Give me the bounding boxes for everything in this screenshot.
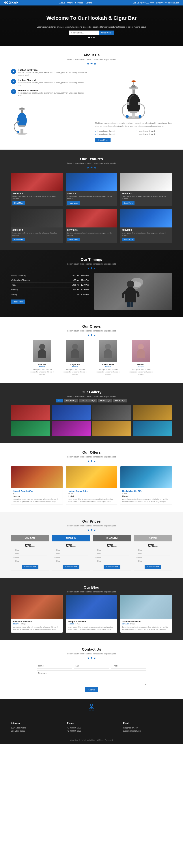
crew-photo-3 bbox=[99, 340, 117, 362]
prices-section: Our Prices Lorem ipsum dolor sit amet, c… bbox=[0, 512, 183, 578]
blog-desc-3: Lorem ipsum dolor sit amet, consectetur … bbox=[122, 626, 170, 630]
footer-phone-2[interactable]: +1 000 000 0000 bbox=[67, 730, 116, 733]
feature-card-1: SERVICE 1 Lorem ipsum dolor sit amet con… bbox=[11, 173, 63, 206]
timings-stars: ★ ★ ★ bbox=[11, 267, 172, 270]
footer-email-1[interactable]: info@hookah.com bbox=[123, 726, 172, 730]
hero-search-row: Order Now bbox=[37, 31, 146, 35]
feature-card-btn-1[interactable]: Read More bbox=[12, 201, 25, 205]
dot-1[interactable] bbox=[88, 37, 90, 38]
gallery-item-1[interactable] bbox=[11, 405, 50, 420]
gallery-item-6[interactable] bbox=[52, 421, 91, 436]
blog-card-1: Antique & Premium 12/12/20 · 5 Tags Lore… bbox=[11, 595, 63, 632]
about-right: Morbi accumsan dapibus consectetur adipi… bbox=[95, 69, 172, 142]
nav-link-about[interactable]: About bbox=[59, 2, 65, 4]
footer-col-phone: Phone +1 000 000 0000 +1 000 000 0000 bbox=[67, 722, 116, 733]
feature-card-btn-4[interactable]: Read More bbox=[12, 238, 25, 241]
price-item-3-1: Deal bbox=[95, 548, 129, 552]
timings-section: Our Timings Lorem ipsum dolor sit amet, … bbox=[0, 250, 183, 317]
features-sub: Lorem ipsum dolor sit amet, consectetur … bbox=[11, 162, 172, 164]
about-feature-3: ✓ Lorem ipsum dolor sit bbox=[95, 133, 132, 135]
dot-3[interactable] bbox=[93, 37, 95, 38]
crew-photo-img-4 bbox=[132, 340, 150, 362]
feature-card-btn-5[interactable]: Read More bbox=[67, 238, 80, 241]
footer-logo-icon bbox=[87, 703, 96, 713]
gallery-tab-hookah1[interactable]: HOOKAH(2) bbox=[64, 399, 78, 402]
svg-rect-25 bbox=[130, 302, 133, 307]
contact-last-input[interactable] bbox=[74, 663, 109, 669]
gallery-item-3[interactable] bbox=[92, 405, 131, 420]
svg-rect-9 bbox=[132, 113, 135, 118]
timing-day-2: Wednesday - Thursday bbox=[11, 279, 30, 281]
timings-photo bbox=[94, 273, 172, 310]
gallery-tab-hookah2[interactable]: HOOKAH(2) bbox=[113, 399, 127, 402]
price-subscribe-btn-3[interactable]: Subscribe Now bbox=[103, 565, 120, 569]
gallery-tab-restaurant[interactable]: RESTAURANT(2) bbox=[79, 399, 97, 402]
hero-dots bbox=[37, 37, 146, 38]
blog-body-1: Antique & Premium 12/12/20 · 5 Tags Lore… bbox=[11, 619, 63, 632]
price-item-4-4: Deal bbox=[136, 559, 170, 563]
svg-point-28 bbox=[105, 344, 111, 350]
crew-desc-1: Lorem ipsum dolor sit amet, consectetur … bbox=[27, 368, 57, 375]
dot-2[interactable] bbox=[91, 37, 92, 38]
feature-img-3 bbox=[120, 173, 172, 191]
timings-grid: Monday - Tuesday 10:00 Am - 11:00 Pm Wed… bbox=[11, 273, 172, 310]
footer-email-2[interactable]: support@hookah.com bbox=[123, 730, 172, 733]
hero-order-btn[interactable]: Order Now bbox=[99, 31, 114, 35]
price-subscribe-btn-4[interactable]: Subscribe Now bbox=[145, 565, 161, 569]
price-item-4-2: Deal bbox=[136, 552, 170, 556]
gallery-item-2[interactable] bbox=[52, 405, 91, 420]
gallery-item-8[interactable] bbox=[133, 421, 172, 436]
offer-desc-1: Lorem ipsum dolor sit amet, consectetur … bbox=[13, 498, 61, 503]
contact-stars: ★ ★ ★ bbox=[11, 656, 172, 660]
crew-card-2: Edgar Wil Hookah Lorem ipsum dolor sit a… bbox=[60, 340, 90, 375]
blog-post-title-3: Antique & Premium bbox=[122, 620, 170, 623]
crew-photo-img-2 bbox=[66, 340, 84, 362]
crew-role-3: Hookah bbox=[93, 366, 123, 368]
timings-book-btn[interactable]: Book Now bbox=[11, 300, 25, 304]
contact-name-input[interactable] bbox=[37, 663, 72, 669]
crews-stars: ★ ★ ★ bbox=[11, 333, 172, 337]
price-items-4: Deal Deal Deal Deal bbox=[134, 548, 172, 563]
feature-card-btn-3[interactable]: Read More bbox=[122, 201, 134, 205]
price-subscribe-btn-2[interactable]: Subscribe Now bbox=[63, 565, 79, 569]
contact-message-textarea[interactable] bbox=[37, 670, 146, 685]
price-item-1-2: Deal bbox=[13, 552, 47, 556]
contact-section: Contact Us Lorem ipsum dolor sit amet, c… bbox=[0, 640, 183, 700]
gallery-grid-row1 bbox=[11, 405, 172, 420]
crews-sub: Lorem ipsum dolor sit amet, consectetur … bbox=[11, 330, 172, 332]
svg-point-30 bbox=[90, 704, 93, 706]
offer-price-2: $ 8.00 bbox=[68, 493, 116, 495]
price-amount-4: £75/mo bbox=[134, 541, 172, 548]
nav-link-offers[interactable]: Offers bbox=[67, 2, 73, 4]
blog-meta-3: 12/12/20 · 5 Tags bbox=[122, 623, 170, 625]
gallery-tab-all[interactable]: ALL bbox=[56, 399, 63, 402]
svg-point-29 bbox=[138, 344, 144, 350]
feature-card-btn-6[interactable]: Read More bbox=[122, 238, 134, 241]
crew-card-3: Calvin Hoba Hookah Lorem ipsum dolor sit… bbox=[93, 340, 123, 375]
contact-submit-btn[interactable]: Submit bbox=[85, 687, 98, 692]
feature-card-btn-2[interactable]: Read More bbox=[67, 201, 80, 205]
feature-card-title-3: SERVICE 3 bbox=[122, 192, 171, 194]
footer-phone-1[interactable]: +1 000 000 0000 bbox=[67, 726, 116, 730]
price-header-4: SILVER bbox=[134, 535, 172, 541]
about-know-more-btn[interactable]: Know More bbox=[95, 138, 111, 142]
gallery-item-5[interactable] bbox=[11, 421, 50, 436]
price-subscribe-btn-1[interactable]: Subscribe Now bbox=[22, 565, 38, 569]
about-item-title-2: Hookah Charcoal bbox=[18, 79, 88, 82]
hero-search-input[interactable] bbox=[69, 31, 99, 35]
gallery-tab-service[interactable]: SERVICE(2) bbox=[98, 399, 112, 402]
gallery-grid-row2 bbox=[11, 421, 172, 436]
about-right-desc: Morbi accumsan dapibus consectetur adipi… bbox=[95, 122, 172, 128]
about-feature-1: ✓ Lorem ipsum dolor sit bbox=[95, 130, 132, 132]
gallery-item-4[interactable] bbox=[133, 405, 172, 420]
feature-card-desc-1: Lorem ipsum dolor sit amet consectetur a… bbox=[12, 195, 61, 200]
blog-card-3: Antique & Premium 12/12/20 · 5 Tags Lore… bbox=[120, 595, 172, 632]
crews-section: Our Crews Lorem ipsum dolor sit amet, co… bbox=[0, 317, 183, 383]
nav-link-contact[interactable]: Contact bbox=[86, 2, 92, 4]
gallery-item-7[interactable] bbox=[92, 421, 131, 436]
contact-phone-input[interactable] bbox=[111, 663, 146, 669]
feature-card-body-2: SERVICE 2 Lorem ipsum dolor sit amet con… bbox=[66, 191, 118, 206]
about-item-title-1: Hookah Bowl Tops bbox=[18, 69, 88, 71]
nav-link-services[interactable]: Services bbox=[75, 2, 83, 4]
svg-point-16 bbox=[131, 81, 136, 82]
